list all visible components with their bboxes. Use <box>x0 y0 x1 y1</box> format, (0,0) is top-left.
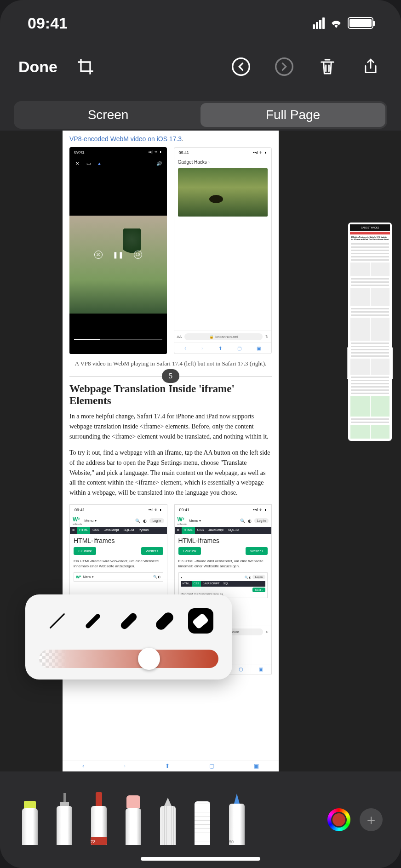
next-button: Weiter › <box>246 547 268 555</box>
section-paragraph: In a more helpful change, Safari 17.4 fo… <box>69 411 272 441</box>
crop-button[interactable] <box>74 55 97 79</box>
view-mode-segmented[interactable]: Screen Full Page <box>14 101 387 129</box>
opacity-slider[interactable] <box>39 650 218 668</box>
link-suffix: . <box>182 135 183 143</box>
darkmode-icon: ◐ <box>248 519 252 523</box>
w3-nav: ≡ HTML CSS JavaScript SQL-St Python <box>70 527 167 534</box>
pen-options-palette <box>25 594 232 680</box>
w3-logo-sub: schools <box>73 523 82 525</box>
tabs-icon: ▣ <box>259 667 263 672</box>
highlighter-tool[interactable] <box>18 792 41 845</box>
search-icon: 🔍 <box>240 519 245 523</box>
example-screenshot-right: 09:41 ••ıl ᯤ ▮ Gadget Hacks › AA 🔒 ionca… <box>174 147 272 354</box>
bookmarks-icon: ▢ <box>209 763 214 769</box>
undo-button[interactable] <box>229 55 253 79</box>
mini-time: 09:41 <box>179 150 189 155</box>
svg-point-1 <box>276 58 293 75</box>
next-button: Weiter › <box>141 547 163 555</box>
inner-nav-item: HTML <box>181 581 192 587</box>
w3-header: W³schools Menu ▾ 🔍 ◐ Log in <box>175 515 272 527</box>
current-color-swatch <box>331 812 347 828</box>
video-top-controls: ✕ ▭ ▲ 🔊 <box>69 157 167 169</box>
mini-indicators: ••ıl ᯤ ▮ <box>149 508 162 512</box>
mini-time: 09:41 <box>179 508 190 512</box>
done-button[interactable]: Done <box>18 58 57 76</box>
forward-icon: › <box>124 763 126 769</box>
pen-tool[interactable]: 50 <box>225 792 248 845</box>
battery-icon <box>348 17 373 29</box>
browser-bottom-bar: ‹ › ⬆ ▢ ▣ <box>174 343 272 354</box>
nav-item: CSS <box>90 527 101 534</box>
redo-button[interactable] <box>272 55 296 79</box>
w3-logo: W³ <box>73 516 82 523</box>
pip-icon: ▭ <box>85 160 92 166</box>
delete-button[interactable] <box>315 55 339 79</box>
fineliner-tool[interactable] <box>53 792 76 845</box>
opacity-slider-thumb[interactable] <box>138 648 160 670</box>
cellular-icon <box>313 17 325 29</box>
tabs-icon: ▣ <box>257 346 261 351</box>
page-title: HTML-Iframes <box>175 534 272 545</box>
aa-icon: AA <box>177 335 182 339</box>
eraser-tool[interactable] <box>122 792 145 845</box>
page-minimap[interactable]: GADGET HACKS 5 Hidden Features in Safari… <box>348 223 392 441</box>
nav-item: HTML <box>77 527 90 534</box>
inner-nav-item: CSS <box>192 581 201 587</box>
section-number-badge: 5 <box>162 369 179 383</box>
segmented-screen[interactable]: Screen <box>16 103 200 127</box>
hamburger-icon: ≡ <box>70 527 77 534</box>
airplay-icon: ▲ <box>96 160 103 166</box>
markup-toolbar: Done <box>0 51 401 83</box>
color-picker-button[interactable] <box>327 808 350 831</box>
iframe-preview: W³ Menu ▾ 🔍 ◐ <box>74 572 163 582</box>
tool-size-label: 72 <box>91 839 95 844</box>
svg-point-0 <box>233 58 250 75</box>
mini-indicators: ••ıl ᯤ ▮ <box>253 508 267 512</box>
stroke-weight-medium[interactable] <box>80 608 106 634</box>
inner-nav-item: SQL <box>221 581 230 587</box>
nav-item: SQL-St <box>226 527 241 534</box>
inner-login: Log in <box>252 575 265 579</box>
stroke-weight-thin[interactable] <box>45 608 70 634</box>
rewind-button: 10 <box>94 251 103 259</box>
add-shape-button[interactable]: ＋ <box>360 808 383 831</box>
volume-icon: 🔊 <box>156 160 162 166</box>
tool-size-label: 50 <box>229 839 234 844</box>
inner-nav-item: JAVASCRIPT <box>201 581 221 587</box>
ruler-tool[interactable] <box>191 792 214 845</box>
segmented-fullpage[interactable]: Full Page <box>200 103 385 127</box>
page-description: Ein HTML-Iframe wird verwendet, um eine … <box>70 557 167 571</box>
section-divider: 5 <box>69 376 272 377</box>
share-button[interactable] <box>359 55 383 79</box>
pause-button: ❚❚ <box>114 251 122 259</box>
main-browser-bottom-bar: ‹ › ⬆ ▢ ▣ <box>63 760 279 771</box>
mini-time: 09:41 <box>74 150 85 154</box>
screenshot-caption: A VP8 video in WebM playing in Safari 17… <box>69 360 272 368</box>
nav-item: JavaScript <box>102 527 121 534</box>
stroke-weight-thick[interactable] <box>116 608 142 634</box>
device-frame: 09:41 Done <box>0 0 401 868</box>
darkmode-icon: ◐ <box>143 519 147 523</box>
url-text: 🔒 ioncannon.net <box>184 333 263 340</box>
tabs-icon: ▣ <box>254 763 259 769</box>
mm-headline: 5 Hidden Features in Safari's 17.4 Updat… <box>350 235 390 242</box>
browser-addressbar: AA 🔒 ioncannon.net ↻ <box>174 331 272 343</box>
home-indicator[interactable] <box>141 857 260 861</box>
w3-menu: Menu ▾ <box>189 519 201 523</box>
status-bar: 09:41 <box>0 0 401 46</box>
section-paragraph: To try it out, find a webpage with an if… <box>69 448 272 497</box>
page-description: Ein HTML-Iframe wird verwendet, um eine … <box>175 557 272 571</box>
mm-divider <box>350 232 390 234</box>
marker-tool[interactable]: 72 <box>87 783 110 845</box>
inner-next-button: Next › <box>252 588 265 592</box>
status-time: 09:41 <box>28 14 68 32</box>
back-icon: ‹ <box>82 763 84 769</box>
share-icon: ⬆ <box>218 346 222 351</box>
stroke-weight-eraser[interactable] <box>188 608 213 634</box>
iframe-menu: Menu ▾ <box>83 575 94 579</box>
mini-indicators: ••ıl ᯤ ▮ <box>149 150 162 154</box>
video-frame: 10 ❚❚ 10 <box>69 169 167 354</box>
minimap-viewport-indicator[interactable] <box>347 347 393 379</box>
pencil-tool[interactable] <box>156 792 179 845</box>
stroke-weight-xthick[interactable] <box>152 608 178 634</box>
